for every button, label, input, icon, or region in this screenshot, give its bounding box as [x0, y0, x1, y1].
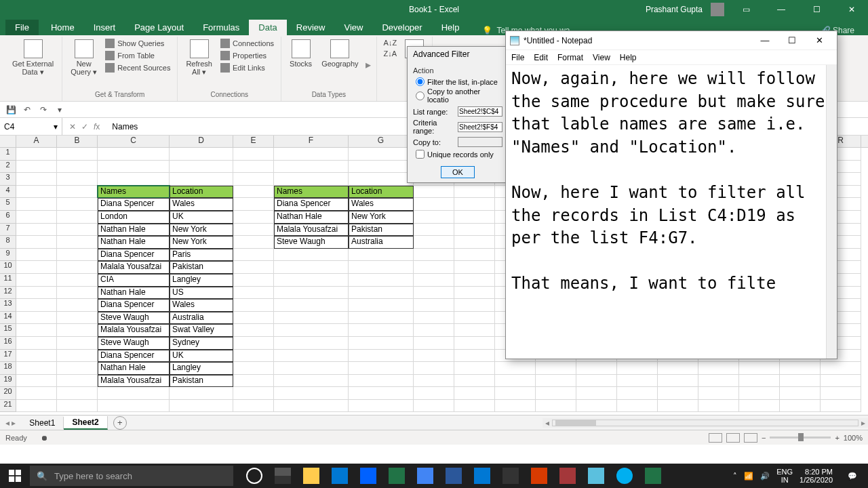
cell[interactable] — [454, 400, 495, 413]
cell[interactable] — [170, 387, 233, 400]
col-header-G[interactable]: G — [349, 136, 414, 147]
row-header[interactable]: 6 — [0, 211, 16, 224]
cell[interactable]: New York — [170, 236, 233, 249]
cell[interactable]: CIA — [98, 274, 170, 287]
row-header[interactable]: 19 — [0, 375, 16, 388]
cell[interactable]: Names — [274, 186, 349, 199]
cell[interactable] — [233, 312, 274, 325]
cell[interactable] — [57, 375, 98, 388]
cell[interactable] — [414, 186, 454, 199]
notepad-scrollbar[interactable] — [826, 65, 837, 359]
cell[interactable] — [233, 375, 274, 388]
notepad-minimize[interactable]: — — [751, 32, 778, 49]
cell[interactable] — [170, 173, 233, 186]
tab-review[interactable]: Review — [287, 20, 335, 35]
cell[interactable] — [57, 148, 98, 161]
cell[interactable] — [617, 400, 658, 413]
cell[interactable] — [57, 337, 98, 350]
cell[interactable] — [454, 261, 495, 274]
cell[interactable]: New York — [170, 224, 233, 237]
edit-links-button[interactable]: Edit Links — [219, 62, 275, 73]
cell[interactable]: Nathan Hale — [274, 211, 349, 224]
cell[interactable] — [536, 362, 576, 375]
cell[interactable] — [274, 249, 349, 262]
macro-record-icon[interactable]: ⏺ — [41, 434, 48, 442]
cell[interactable] — [233, 274, 274, 287]
cell[interactable] — [454, 362, 495, 375]
cell[interactable] — [617, 375, 658, 388]
notepad-text-area[interactable]: Now, again, here we will follow the same… — [506, 65, 837, 359]
cell[interactable] — [233, 362, 274, 375]
cell[interactable] — [576, 375, 617, 388]
cell[interactable] — [414, 261, 454, 274]
cell[interactable] — [349, 350, 414, 363]
cell[interactable] — [414, 198, 454, 211]
cell[interactable] — [170, 400, 233, 413]
row-header[interactable]: 18 — [0, 362, 16, 375]
cell[interactable] — [658, 387, 698, 400]
cell[interactable]: Sydney — [170, 337, 233, 350]
col-header-F[interactable]: F — [274, 136, 349, 147]
cell[interactable] — [576, 362, 617, 375]
cell[interactable] — [16, 337, 57, 350]
task-view-icon[interactable] — [269, 464, 297, 488]
cell[interactable]: Names — [98, 186, 170, 199]
row-header[interactable]: 8 — [0, 236, 16, 249]
cell[interactable] — [233, 224, 274, 237]
cell[interactable] — [16, 261, 57, 274]
cell[interactable] — [57, 211, 98, 224]
cell[interactable] — [349, 375, 414, 388]
cell[interactable] — [57, 387, 98, 400]
cell[interactable]: Nathan Hale — [98, 224, 170, 237]
taskbar-search[interactable]: 🔍 Type here to search — [30, 466, 233, 486]
cell[interactable] — [233, 324, 274, 337]
cell[interactable] — [349, 387, 414, 400]
cell[interactable]: UK — [170, 211, 233, 224]
row-header[interactable]: 9 — [0, 249, 16, 262]
cell[interactable] — [414, 236, 454, 249]
cell[interactable] — [414, 350, 454, 363]
ok-button[interactable]: OK — [441, 166, 475, 178]
cell[interactable] — [57, 350, 98, 363]
cell[interactable] — [698, 362, 739, 375]
tray-network-icon[interactable]: 📶 — [744, 472, 753, 481]
cell[interactable] — [821, 400, 861, 413]
dropbox-icon[interactable] — [354, 464, 382, 488]
cell[interactable] — [576, 387, 617, 400]
cell[interactable] — [454, 375, 495, 388]
cell[interactable] — [536, 387, 576, 400]
cell[interactable] — [16, 236, 57, 249]
name-box[interactable]: C4▾ — [0, 118, 62, 135]
cell[interactable] — [454, 324, 495, 337]
cell[interactable] — [821, 362, 861, 375]
cell[interactable] — [274, 148, 349, 161]
cell[interactable] — [16, 299, 57, 312]
cell[interactable] — [57, 324, 98, 337]
cell[interactable] — [274, 274, 349, 287]
cell[interactable] — [414, 324, 454, 337]
cell[interactable]: Nathan Hale — [98, 236, 170, 249]
cell[interactable] — [16, 161, 57, 174]
cell[interactable]: UK — [170, 350, 233, 363]
taskbar-access-icon[interactable] — [553, 464, 582, 488]
cell[interactable]: Location — [349, 186, 414, 199]
cell[interactable] — [576, 400, 617, 413]
cell[interactable]: Malala Yousafzai — [274, 224, 349, 237]
tray-language[interactable]: ENG IN — [776, 468, 793, 484]
cell[interactable]: New York — [349, 211, 414, 224]
cell[interactable]: Australia — [170, 312, 233, 325]
cell[interactable] — [780, 387, 821, 400]
cell[interactable] — [349, 400, 414, 413]
cell[interactable]: Nathan Hale — [98, 287, 170, 300]
cell[interactable] — [233, 337, 274, 350]
tray-volume-icon[interactable]: 🔊 — [760, 472, 770, 481]
snip-icon[interactable] — [525, 464, 553, 488]
geography-button[interactable]: Geography — [319, 38, 361, 69]
cell[interactable] — [349, 274, 414, 287]
cell[interactable]: Steve Waugh — [98, 312, 170, 325]
cell[interactable] — [780, 375, 821, 388]
cell[interactable] — [274, 362, 349, 375]
tab-home[interactable]: Home — [41, 20, 84, 35]
cancel-icon[interactable]: ✕ — [69, 122, 76, 131]
row-header[interactable]: 12 — [0, 287, 16, 300]
